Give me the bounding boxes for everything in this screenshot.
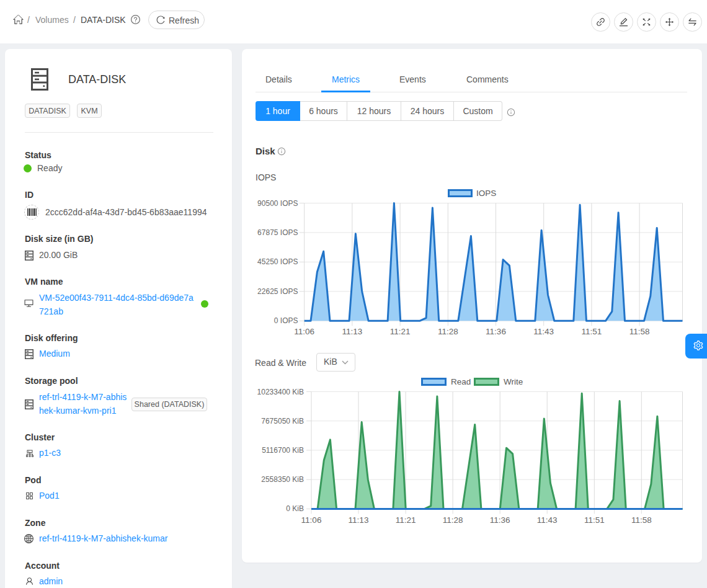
svg-text:11:21: 11:21 — [390, 327, 411, 336]
svg-text:11:51: 11:51 — [584, 515, 605, 525]
svg-text:0 IOPS: 0 IOPS — [274, 316, 298, 325]
svg-text:45250 IOPS: 45250 IOPS — [257, 257, 298, 266]
svg-text:90500 IOPS: 90500 IOPS — [257, 199, 298, 208]
svg-text:11:28: 11:28 — [443, 515, 463, 525]
svg-text:11:06: 11:06 — [294, 327, 314, 336]
svg-text:11:28: 11:28 — [438, 327, 458, 336]
svg-text:7675050 KiB: 7675050 KiB — [261, 417, 304, 425]
svg-text:11:51: 11:51 — [582, 327, 602, 336]
svg-text:11:36: 11:36 — [490, 515, 510, 525]
svg-text:11:36: 11:36 — [486, 327, 506, 336]
svg-text:10233400 KiB: 10233400 KiB — [257, 388, 304, 396]
svg-text:11:21: 11:21 — [396, 515, 416, 525]
svg-text:2558350 KiB: 2558350 KiB — [261, 475, 304, 484]
svg-text:11:13: 11:13 — [342, 327, 363, 336]
svg-text:11:06: 11:06 — [301, 515, 322, 525]
svg-text:5116700 KiB: 5116700 KiB — [262, 446, 304, 455]
svg-text:11:13: 11:13 — [349, 515, 369, 525]
svg-text:11:43: 11:43 — [533, 327, 554, 336]
svg-text:67875 IOPS: 67875 IOPS — [257, 228, 298, 237]
svg-text:11:58: 11:58 — [629, 327, 650, 336]
svg-text:11:58: 11:58 — [631, 515, 652, 525]
svg-text:22625 IOPS: 22625 IOPS — [257, 287, 298, 296]
svg-text:11:43: 11:43 — [537, 515, 558, 525]
svg-text:0 KiB: 0 KiB — [286, 504, 304, 513]
